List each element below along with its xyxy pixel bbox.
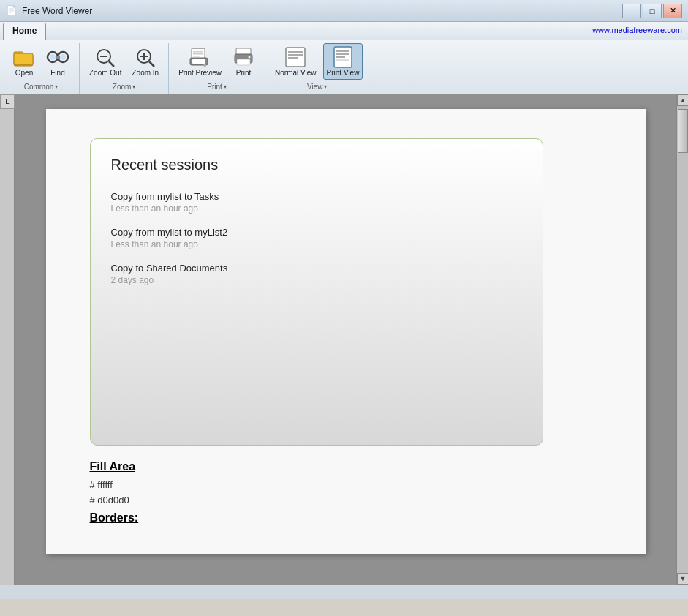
binoculars-icon [46,45,69,69]
main-area: L Recent sessions Copy from mylist to Ta… [0,94,688,585]
session-time: 2 days ago [111,275,522,285]
svg-rect-19 [192,48,204,49]
left-ruler: L [0,94,15,585]
normal-view-label: Normal View [275,69,317,78]
print-label: Print [236,69,252,78]
window-controls: — □ ✕ [622,4,682,18]
svg-rect-5 [56,56,60,59]
status-bar [0,585,688,599]
zoom-out-label: Zoom Out [89,69,121,78]
document-page: Recent sessions Copy from mylist to Task… [46,109,646,554]
list-item[interactable]: Copy from mylist to myList2 Less than an… [111,227,522,249]
borders-title: Borders: [90,511,602,525]
print-view-icon [331,45,355,69]
list-item[interactable]: Copy from mylist to Tasks Less than an h… [111,191,522,214]
normal-view-button[interactable]: Normal View [271,43,320,80]
scroll-track[interactable] [677,106,688,573]
zoom-in-icon [134,45,157,69]
print-group-label: Print [207,83,222,91]
list-item[interactable]: Copy to Shared Documents 2 days ago [111,263,522,285]
svg-rect-17 [193,53,203,55]
zoom-chevron-icon: ▾ [132,83,135,90]
ribbon-tab-bar: Home www.mediafreeware.com [0,22,688,40]
website-link[interactable]: www.mediafreeware.com [592,26,682,36]
view-group-label: View [307,83,323,91]
session-name: Copy from mylist to Tasks [111,191,522,202]
svg-rect-28 [288,51,303,53]
ribbon-group-common: Open Find Common ▾ [3,43,80,94]
open-label: Open [15,69,33,78]
svg-rect-25 [237,59,250,65]
ribbon-group-print: Print Preview Print Print ▾ [169,43,265,94]
print-preview-button[interactable]: Print Preview [175,43,225,80]
print-preview-icon [189,45,212,69]
app-title: Free Word Viewer [22,6,622,16]
minimize-button[interactable]: — [622,4,641,18]
vertical-scrollbar: ▲ ▼ [676,94,688,585]
open-button[interactable]: Open [9,43,39,80]
scroll-up-button[interactable]: ▲ [677,94,688,106]
svg-point-7 [60,54,66,60]
zoom-out-icon [94,45,117,69]
svg-rect-2 [14,53,33,64]
ruler-corner-button[interactable]: L [0,94,15,109]
svg-rect-32 [336,50,349,52]
svg-rect-34 [336,56,345,58]
svg-line-14 [149,61,154,67]
svg-rect-30 [288,57,298,59]
svg-rect-18 [193,56,200,57]
ribbon: Open Find Common ▾ [0,40,688,94]
print-view-label: Print View [327,69,360,78]
svg-point-26 [249,56,251,59]
session-time: Less than an hour ago [111,203,522,214]
print-chevron-icon: ▾ [224,83,227,90]
app-icon: 📄 [6,5,18,17]
session-name: Copy to Shared Documents [111,263,522,274]
print-icon [232,45,255,69]
svg-point-6 [50,54,56,60]
recent-sessions-title: Recent sessions [111,157,522,173]
find-label: Find [50,69,64,78]
zoom-in-label: Zoom In [132,69,159,78]
ribbon-group-view: Normal View Print View View ▾ [265,43,368,94]
recent-sessions-card: Recent sessions Copy from mylist to Task… [90,138,543,446]
print-button[interactable]: Print [228,43,259,80]
zoom-group-label: Zoom [113,83,132,91]
maximize-button[interactable]: □ [643,4,662,18]
zoom-out-button[interactable]: Zoom Out [86,43,125,80]
close-button[interactable]: ✕ [663,4,682,18]
find-button[interactable]: Find [42,43,73,80]
svg-rect-16 [193,51,203,53]
scroll-thumb[interactable] [678,109,688,153]
session-time: Less than an hour ago [111,239,522,249]
view-chevron-icon: ▾ [324,83,327,90]
ribbon-group-zoom: Zoom Out Zoom In Zoom ▾ [80,43,169,94]
zoom-in-button[interactable]: Zoom In [128,43,162,80]
print-view-button[interactable]: Print View [323,43,363,80]
svg-rect-21 [192,59,205,64]
document-container[interactable]: Recent sessions Copy from mylist to Task… [15,94,676,585]
svg-line-10 [109,61,114,67]
fill-area-title: Fill Area [90,460,602,473]
print-preview-label: Print Preview [178,69,222,78]
common-group-label: Common [24,83,54,91]
fill-area-section: Fill Area # ffffff # d0d0d0 Borders: [90,460,602,525]
fill-color-1: # ffffff [90,479,602,490]
tab-home[interactable]: Home [3,23,46,40]
svg-rect-29 [288,54,303,56]
svg-rect-33 [336,53,349,55]
svg-point-22 [203,64,206,67]
normal-view-icon [284,45,307,69]
open-folder-icon [12,45,36,69]
title-bar: 📄 Free Word Viewer — □ ✕ [0,0,688,22]
common-chevron-icon: ▾ [55,83,58,90]
fill-color-2: # d0d0d0 [90,495,602,506]
scroll-down-button[interactable]: ▼ [677,573,688,585]
svg-rect-35 [336,59,349,61]
session-name: Copy from mylist to myList2 [111,227,522,238]
